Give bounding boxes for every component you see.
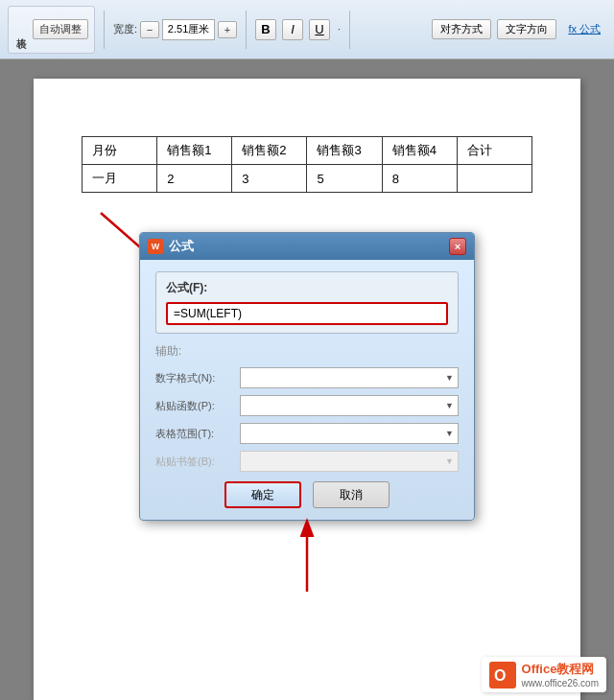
aux-section: 辅助: 数字格式(N): ▼ 粘贴函数(P): — [155, 343, 459, 472]
align-btn[interactable]: 对齐方式 — [432, 19, 491, 39]
logo-text-group: Office教程网 www.office26.com — [522, 661, 599, 688]
formula-section-title: 公式(F): — [166, 280, 448, 296]
toolbar-separator-2 — [246, 11, 247, 49]
formula-section: 公式(F): — [155, 271, 459, 334]
dialog-app-icon: W — [148, 239, 163, 254]
paste-func-arrow: ▼ — [445, 401, 454, 410]
logo-badge: O Office教程网 www.office26.com — [482, 657, 606, 692]
office-icon: O — [489, 662, 516, 688]
formula-btn[interactable]: fx 公式 — [562, 20, 606, 38]
toolbar-separator-3 — [349, 11, 350, 49]
toolbar-table-group: 表格 自动调整 — [8, 6, 95, 54]
table-range-row: 表格范围(T): ▼ — [155, 423, 459, 444]
cancel-button[interactable]: 取消 — [313, 481, 390, 508]
paste-bookmark-label: 粘贴书签(B): — [155, 455, 232, 469]
width-plus-btn[interactable]: + — [218, 21, 237, 38]
width-label: 宽度: — [113, 22, 137, 36]
svg-text:O: O — [494, 667, 506, 684]
ok-button[interactable]: 确定 — [224, 481, 301, 508]
doc-area: 月份 销售额1 销售额2 销售额3 销售额4 合计 一月 2 3 5 8 — [0, 59, 614, 700]
underline-extra: · — [338, 24, 341, 35]
paste-func-row: 粘贴函数(P): ▼ — [155, 395, 459, 416]
formula-dialog: W 公式 × 公式(F): 辅助: — [139, 232, 475, 521]
dialog-close-btn[interactable]: × — [449, 238, 466, 255]
paste-bookmark-arrow: ▼ — [445, 456, 454, 466]
table-range-select[interactable]: ▼ — [240, 423, 459, 444]
text-dir-btn[interactable]: 文字方向 — [497, 19, 556, 39]
paste-bookmark-select: ▼ — [240, 451, 459, 472]
number-format-select[interactable]: ▼ — [240, 367, 459, 388]
toolbar-width-group: 宽度: − + — [113, 19, 237, 40]
logo-sub-text: www.office26.com — [522, 678, 599, 688]
paste-func-label: 粘贴函数(P): — [155, 399, 232, 413]
toolbar: 表格 自动调整 宽度: − + B I U · 对齐方式 文字方向 fx 公式 — [0, 0, 614, 59]
toolbar-right-group: 对齐方式 文字方向 fx 公式 — [432, 19, 606, 39]
dialog-title-left: W 公式 — [148, 238, 194, 255]
dialog-overlay: W 公式 × 公式(F): 辅助: — [34, 79, 580, 700]
bold-btn[interactable]: B — [255, 19, 276, 40]
underline-btn[interactable]: U — [309, 19, 330, 40]
dialog-buttons: 确定 取消 — [155, 481, 459, 508]
number-format-label: 数字格式(N): — [155, 371, 232, 385]
italic-btn[interactable]: I — [282, 19, 303, 40]
number-format-arrow: ▼ — [445, 373, 454, 383]
width-input[interactable] — [162, 19, 215, 40]
paste-func-select[interactable]: ▼ — [240, 395, 459, 416]
page: 月份 销售额1 销售额2 销售额3 销售额4 合计 一月 2 3 5 8 — [34, 79, 580, 700]
table-range-arrow: ▼ — [445, 429, 454, 438]
auto-adjust-btn[interactable]: 自动调整 — [33, 19, 88, 39]
dialog-titlebar: W 公式 × — [140, 233, 474, 260]
aux-title: 辅助: — [155, 343, 459, 360]
paste-bookmark-row: 粘贴书签(B): ▼ — [155, 451, 459, 472]
logo-main-text: Office教程网 — [522, 661, 599, 678]
dialog-body: 公式(F): 辅助: 数字格式(N): ▼ — [140, 260, 474, 520]
formula-input[interactable] — [166, 302, 448, 325]
toolbar-separator-1 — [104, 11, 105, 49]
number-format-row: 数字格式(N): ▼ — [155, 367, 459, 388]
width-minus-btn[interactable]: − — [140, 21, 159, 38]
ok-arrow-annotation — [288, 520, 326, 596]
table-range-label: 表格范围(T): — [155, 427, 232, 441]
dialog-title-text: 公式 — [169, 238, 194, 255]
